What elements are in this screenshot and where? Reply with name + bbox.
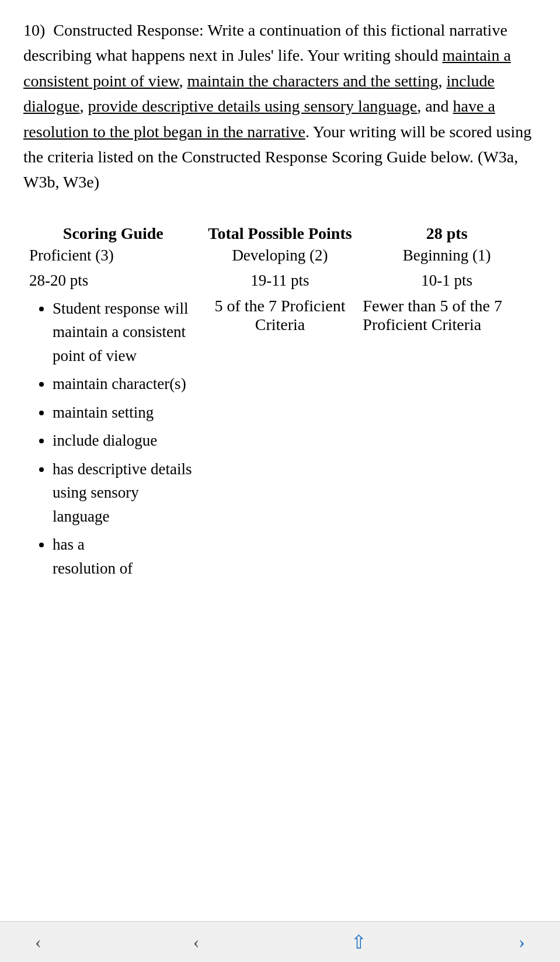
level-row-labels: Proficient (3) Developing (2) Beginning … — [23, 243, 537, 268]
criteria-2: maintain the characters and the setting — [187, 72, 438, 90]
bullet-2: maintain character(s) — [53, 372, 197, 396]
criteria-row: Student response will maintain a consist… — [23, 293, 537, 589]
header-row: Scoring Guide Total Possible Points 28 p… — [23, 224, 537, 243]
question-block: 10) Constructed Response: Write a contin… — [23, 18, 537, 195]
bottom-navigation: ‹ ‹ ⇧ › — [0, 921, 560, 962]
pts-row: 28-20 pts 19-11 pts 10-1 pts — [23, 268, 537, 293]
beginning-criteria-text: Fewer than 5 of the 7 Proficient Criteri… — [363, 297, 502, 334]
proficient-label: Proficient (3) — [23, 243, 203, 268]
proficient-bullets-cell: Student response will maintain a consist… — [23, 293, 203, 589]
total-possible-label: Total Possible Points — [208, 224, 352, 242]
nav-up-arrow[interactable]: ⇧ — [351, 931, 367, 953]
developing-label: Developing (2) — [203, 243, 357, 268]
beginning-pts: 10-1 pts — [357, 268, 537, 293]
question-text: 10) Constructed Response: Write a contin… — [23, 18, 537, 195]
bullet-5: has descriptive details using sensory la… — [53, 457, 197, 529]
total-possible-header: Total Possible Points — [203, 224, 357, 243]
nav-left-arrow-2[interactable]: ‹ — [193, 931, 200, 953]
developing-criteria-cell: 5 of the 7 Proficient Criteria — [203, 293, 357, 589]
developing-pts: 19-11 pts — [203, 268, 357, 293]
proficient-bullet-list: Student response will maintain a consist… — [29, 297, 197, 581]
bullet-6: has aresolution of — [53, 533, 197, 580]
nav-right-arrow[interactable]: › — [519, 931, 525, 953]
beginning-criteria-cell: Fewer than 5 of the 7 Proficient Criteri… — [357, 293, 537, 589]
question-intro: Constructed Response: Write a continuati… — [23, 21, 507, 64]
beginning-label: Beginning (1) — [357, 243, 537, 268]
bullet-3: maintain setting — [53, 401, 197, 425]
developing-criteria-text: 5 of the 7 Proficient Criteria — [215, 297, 346, 334]
criteria-4: provide descriptive details using sensor… — [88, 97, 417, 115]
question-number: 10) — [23, 21, 45, 39]
proficient-pts: 28-20 pts — [23, 268, 203, 293]
scoring-table: Scoring Guide Total Possible Points 28 p… — [23, 224, 537, 589]
bullet-1: Student response will maintain a consist… — [53, 297, 197, 368]
total-pts-header: 28 pts — [357, 224, 537, 243]
scoring-guide-header: Scoring Guide — [23, 224, 203, 243]
nav-left-arrow[interactable]: ‹ — [35, 931, 41, 953]
bullet-4: include dialogue — [53, 429, 197, 453]
scoring-section: Scoring Guide Total Possible Points 28 p… — [23, 224, 537, 589]
